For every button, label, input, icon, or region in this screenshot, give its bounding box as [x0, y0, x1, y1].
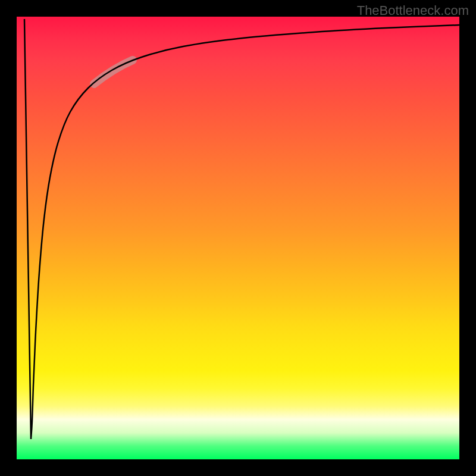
chart-svg [17, 17, 459, 459]
chart-plot-area [17, 17, 459, 459]
curve-highlight-segment [94, 60, 133, 84]
bottleneck-curve [24, 19, 459, 439]
watermark-text: TheBottleneck.com [357, 3, 469, 18]
